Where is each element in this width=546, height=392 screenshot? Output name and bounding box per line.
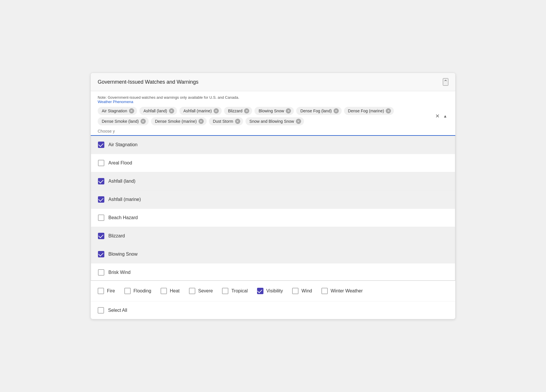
bottom-category-winter-weather[interactable]: Winter Weather — [317, 281, 367, 301]
collapse-button[interactable]: ⌃ — [443, 78, 448, 86]
tag-blizzard: Blizzard✕ — [224, 107, 252, 115]
tag-blowing-snow: Blowing Snow✕ — [254, 107, 294, 115]
weather-phenomena-link[interactable]: Weather Phenomena — [98, 100, 133, 104]
list-item-ashfall-land[interactable]: Ashfall (land) — [91, 172, 455, 190]
bottom-checkbox-fire[interactable] — [98, 288, 104, 294]
bottom-category-tropical[interactable]: Tropical — [217, 281, 252, 301]
list-item-label-beach-hazard: Beach Hazard — [108, 215, 138, 220]
bottom-checkbox-wind[interactable] — [292, 288, 299, 294]
remove-tag-ashfall-land[interactable]: ✕ — [169, 108, 174, 113]
list-item-blizzard[interactable]: Blizzard — [91, 227, 455, 245]
tag-dense-fog-land: Dense Fog (land)✕ — [296, 107, 341, 115]
bottom-categories-bar: Fire Flooding Heat Severe Tropical Visib… — [91, 281, 455, 301]
checkbox-air-stagnation[interactable] — [98, 142, 104, 148]
bottom-category-flooding[interactable]: Flooding — [120, 281, 156, 301]
checkbox-brisk-wind[interactable] — [98, 269, 104, 276]
list-item-label-air-stagnation: Air Stagnation — [108, 142, 138, 147]
panel-note: Note: Government-issued watches and warn… — [91, 91, 455, 104]
bottom-label-fire: Fire — [107, 288, 115, 294]
checkbox-areal-flood[interactable] — [98, 160, 104, 166]
bottom-checkbox-heat[interactable] — [161, 288, 167, 294]
bottom-checkbox-severe[interactable] — [189, 288, 195, 294]
bottom-label-tropical: Tropical — [231, 288, 247, 294]
tag-air-stagnation: Air Stagnation✕ — [98, 107, 137, 115]
remove-tag-air-stagnation[interactable]: ✕ — [129, 108, 134, 113]
remove-tag-dense-fog-land[interactable]: ✕ — [334, 108, 339, 113]
select-all-label: Select All — [108, 308, 127, 313]
tag-snow-blowing-snow: Snow and Blowing Snow✕ — [245, 117, 304, 125]
list-item-areal-flood[interactable]: Areal Flood — [91, 154, 455, 172]
checkbox-ashfall-land[interactable] — [98, 178, 104, 184]
bottom-label-visibility: Visibility — [266, 288, 283, 294]
bottom-category-severe[interactable]: Severe — [184, 281, 218, 301]
tag-dust-storm: Dust Storm✕ — [209, 117, 243, 125]
list-item-label-blizzard: Blizzard — [108, 233, 125, 239]
list-item-ashfall-marine[interactable]: Ashfall (marine) — [91, 190, 455, 208]
bottom-label-severe: Severe — [198, 288, 213, 294]
list-item-brisk-wind[interactable]: Brisk Wind — [91, 263, 455, 281]
bottom-checkbox-tropical[interactable] — [222, 288, 228, 294]
remove-tag-ashfall-marine[interactable]: ✕ — [214, 108, 219, 113]
list-item-label-ashfall-marine: Ashfall (marine) — [108, 197, 141, 202]
government-warnings-panel: Government-Issued Watches and Warnings ⌃… — [90, 73, 456, 319]
bottom-label-heat: Heat — [170, 288, 180, 294]
search-row — [91, 125, 455, 136]
bottom-label-flooding: Flooding — [134, 288, 151, 294]
bottom-category-visibility[interactable]: Visibility — [252, 281, 288, 301]
checkbox-beach-hazard[interactable] — [98, 215, 104, 221]
list-item-air-stagnation[interactable]: Air Stagnation — [91, 136, 455, 154]
bottom-label-wind: Wind — [301, 288, 312, 294]
remove-tag-dense-fog-marine[interactable]: ✕ — [386, 108, 391, 113]
bottom-category-heat[interactable]: Heat — [156, 281, 184, 301]
remove-tag-snow-blowing-snow[interactable]: ✕ — [296, 119, 301, 124]
tag-dense-smoke-land: Dense Smoke (land)✕ — [98, 117, 149, 125]
list-item-blowing-snow[interactable]: Blowing Snow — [91, 245, 455, 263]
tag-dense-fog-marine: Dense Fog (marine)✕ — [344, 107, 394, 115]
checkbox-blowing-snow[interactable] — [98, 251, 104, 257]
list-item-beach-hazard[interactable]: Beach Hazard — [91, 209, 455, 227]
bottom-checkbox-flooding[interactable] — [124, 288, 131, 294]
tag-ashfall-marine: Ashfall (marine)✕ — [179, 107, 222, 115]
chevron-up-button[interactable]: ▲ — [442, 113, 448, 120]
bottom-category-wind[interactable]: Wind — [287, 281, 316, 301]
list-item-label-blowing-snow: Blowing Snow — [108, 252, 138, 257]
list-item-label-areal-flood: Areal Flood — [108, 160, 132, 166]
bottom-checkbox-visibility[interactable] — [257, 288, 263, 294]
bottom-checkbox-winter-weather[interactable] — [321, 288, 328, 294]
list-item-label-brisk-wind: Brisk Wind — [108, 270, 130, 275]
bottom-category-fire[interactable]: Fire — [98, 281, 120, 301]
search-input[interactable] — [98, 128, 156, 135]
select-all-row[interactable]: Select All — [91, 301, 455, 319]
checkbox-blizzard[interactable] — [98, 233, 104, 239]
bottom-label-winter-weather: Winter Weather — [331, 288, 363, 294]
list-item-label-ashfall-land: Ashfall (land) — [108, 179, 135, 184]
remove-tag-blizzard[interactable]: ✕ — [244, 108, 249, 113]
clear-all-button[interactable]: ✕ — [434, 112, 441, 120]
tags-actions: ✕ ▲ — [434, 112, 448, 120]
remove-tag-dense-smoke-land[interactable]: ✕ — [141, 119, 146, 124]
tag-dense-smoke-marine: Dense Smoke (marine)✕ — [151, 117, 207, 125]
tags-container: Air Stagnation✕Ashfall (land)✕Ashfall (m… — [91, 104, 455, 125]
panel-title: Government-Issued Watches and Warnings — [98, 79, 199, 85]
select-all-checkbox[interactable] — [98, 307, 104, 314]
dropdown-list: Air Stagnation Areal Flood Ashfall (land… — [91, 136, 455, 281]
panel-header: Government-Issued Watches and Warnings ⌃ — [91, 73, 455, 91]
remove-tag-dust-storm[interactable]: ✕ — [235, 119, 240, 124]
remove-tag-blowing-snow[interactable]: ✕ — [286, 108, 291, 113]
checkbox-ashfall-marine[interactable] — [98, 196, 104, 203]
tag-ashfall-land: Ashfall (land)✕ — [139, 107, 177, 115]
remove-tag-dense-smoke-marine[interactable]: ✕ — [199, 119, 204, 124]
